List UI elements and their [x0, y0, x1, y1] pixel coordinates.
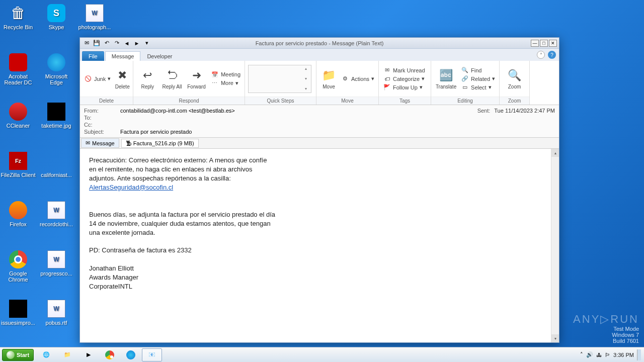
message-tab-button[interactable]: ✉Message	[81, 138, 119, 148]
desktop-icon-photograph-[interactable]: photograph...	[76, 3, 113, 30]
message-body[interactable]: Precacución: Correo electrónico externo:…	[80, 149, 551, 342]
desktop-icon-californiast-[interactable]: californiast...	[38, 151, 74, 178]
desktop-icon-skype[interactable]: Skype	[38, 3, 74, 30]
tab-developer[interactable]: Developer	[140, 51, 179, 61]
desktop-icon-pobus-rtf[interactable]: pobus.rtf	[38, 299, 74, 326]
body-paragraph-1: Buenos días, se adjunta la factura por e…	[89, 210, 275, 237]
start-button[interactable]: Start	[2, 349, 34, 361]
signature-company: CorporateINTL	[89, 282, 542, 291]
desktop-icon-acrobat-reader-dc[interactable]: Acrobat Reader DC	[0, 52, 36, 85]
prev-icon[interactable]: ◄	[123, 40, 130, 47]
ribbon-tabs: File Message Developer ˄ ?	[80, 49, 559, 61]
maximize-button[interactable]: □	[540, 40, 548, 47]
move-button[interactable]: 📁Move	[319, 67, 338, 90]
tray-chevron-icon[interactable]: ˄	[580, 351, 583, 358]
next-icon[interactable]: ►	[133, 40, 140, 47]
sent-label: Sent:	[477, 108, 491, 114]
window-title: Factura por servicio prestado - Message …	[256, 40, 384, 46]
mail-icon: ✉	[83, 40, 90, 47]
save-icon[interactable]: 💾	[93, 40, 100, 47]
desktop-icon-issuesimpro-[interactable]: issuesimpro...	[0, 299, 36, 326]
related-button[interactable]: 🔗Related ▾	[460, 75, 496, 83]
group-move: Move	[316, 97, 378, 105]
taskbar-outlook[interactable]: 📧	[142, 348, 162, 361]
signature-name: Jonathan Elliott	[89, 264, 542, 273]
body-paragraph-2: PD: Contraseña de factura es 2332	[89, 246, 542, 255]
message-headers: From: contabilidad@corp-intl.com <test@b…	[80, 105, 559, 138]
actions-button[interactable]: ⚙Actions ▾	[340, 75, 375, 83]
collapse-ribbon-icon[interactable]: ˄	[537, 51, 545, 59]
reply-button[interactable]: ↩Reply	[136, 67, 159, 90]
group-editing: Editing	[431, 97, 499, 105]
vertical-scrollbar[interactable]: ▴ ▾	[551, 149, 559, 342]
show-desktop-button[interactable]	[637, 349, 641, 360]
follow-up-button[interactable]: 🚩Follow Up ▾	[382, 83, 426, 92]
watermark-build: Build 7601	[573, 338, 639, 344]
ribbon: 🚫Junk ▾ ✖Delete Delete ↩Reply ⮌Reply All…	[80, 61, 559, 105]
junk-button[interactable]: 🚫Junk ▾	[83, 75, 112, 83]
attachment-file-button[interactable]: 🗜Factura_5216.zip (9 MB)	[121, 139, 199, 148]
mark-unread-button[interactable]: ✉Mark Unread	[382, 66, 426, 74]
taskbar-media[interactable]: ▶	[78, 348, 99, 361]
desktop-icon-progressco-[interactable]: progressco...	[38, 249, 74, 277]
scroll-up-icon[interactable]: ▴	[551, 149, 559, 157]
desktop-icon-ccleaner[interactable]: CCleaner	[0, 102, 36, 129]
desktop-icon-recycle-bin[interactable]: 🗑Recycle Bin	[0, 3, 36, 30]
tray-network-icon[interactable]: 🖧	[596, 352, 602, 358]
desktop-icon-taketime-jpg[interactable]: taketime.jpg	[38, 102, 74, 129]
close-button[interactable]: ✕	[549, 40, 557, 47]
zoom-button[interactable]: 🔍Zoom	[503, 67, 526, 90]
tab-file[interactable]: File	[82, 51, 104, 61]
find-button[interactable]: 🔍Find	[460, 66, 496, 74]
group-respond: Respond	[133, 97, 245, 105]
more-button[interactable]: ⋯More ▾	[210, 79, 242, 87]
watermark: ANY▷RUN Test Mode Windows 7 Build 7601	[573, 313, 639, 344]
desktop-icon-google-chrome[interactable]: Google Chrome	[0, 249, 36, 283]
categorize-button[interactable]: 🏷Categorize ▾	[382, 75, 426, 83]
zip-icon: 🗜	[126, 140, 131, 146]
cc-label: Cc:	[84, 122, 120, 128]
quick-steps-gallery[interactable]: ▴▾▾	[248, 65, 311, 93]
mail-icon: ✉	[86, 140, 90, 146]
help-icon[interactable]: ?	[548, 51, 556, 59]
taskbar-explorer[interactable]: 📁	[57, 348, 77, 361]
tab-message[interactable]: Message	[105, 51, 141, 61]
to-value	[120, 115, 555, 121]
desktop-icon-microsoft-edge[interactable]: Microsoft Edge	[38, 52, 74, 85]
translate-button[interactable]: 🔤Translate	[434, 67, 458, 90]
delete-button[interactable]: ✖Delete	[114, 67, 131, 90]
cc-value	[120, 122, 555, 128]
reply-all-button[interactable]: ⮌Reply All	[161, 67, 184, 90]
system-tray: ˄ 🔊 🖧 🏳 3:36 PM	[577, 349, 644, 360]
tray-volume-icon[interactable]: 🔊	[586, 351, 593, 358]
to-label: To:	[84, 115, 120, 121]
desktop-icon-recordclothi-[interactable]: recordclothi...	[38, 200, 74, 227]
taskbar-ie[interactable]: 🌐	[36, 348, 56, 361]
meeting-button[interactable]: 📅Meeting	[210, 70, 242, 78]
signature-title: Awards Manager	[89, 273, 542, 282]
attachment-bar: ✉Message 🗜Factura_5216.zip (9 MB)	[80, 138, 559, 149]
select-button[interactable]: ▭Select ▾	[460, 83, 496, 92]
undo-icon[interactable]: ↶	[103, 40, 110, 47]
forward-button[interactable]: ➜Forward	[185, 67, 208, 90]
security-email-link[interactable]: AlertasSeguridad@socofin.cl	[89, 184, 173, 191]
watermark-brand: ANY▷RUN	[573, 313, 639, 326]
taskbar-chrome[interactable]	[100, 348, 120, 361]
group-tags: Tags	[379, 97, 431, 105]
scroll-down-icon[interactable]: ▾	[551, 334, 559, 342]
desktop-icon-firefox[interactable]: Firefox	[0, 200, 36, 227]
taskbar-clock[interactable]: 3:36 PM	[613, 352, 634, 358]
tray-flag-icon[interactable]: 🏳	[605, 352, 610, 358]
group-zoom: Zoom	[500, 97, 529, 105]
redo-icon[interactable]: ↷	[113, 40, 120, 47]
qat-dropdown-icon[interactable]: ▾	[143, 40, 150, 47]
warning-text: Precacución: Correo electrónico externo:…	[89, 156, 270, 183]
desktop-icon-filezilla-client[interactable]: FileZilla Client	[0, 151, 36, 178]
from-label: From:	[84, 108, 120, 114]
sent-value: Tue 11/14/2023 2:47 PM	[494, 108, 555, 114]
group-delete: Delete	[80, 97, 133, 105]
taskbar: Start 🌐 📁 ▶ 📧 ˄ 🔊 🖧 🏳 3:36 PM	[0, 347, 644, 362]
minimize-button[interactable]: —	[531, 40, 539, 47]
taskbar-edge[interactable]	[121, 348, 141, 361]
outlook-message-window: ✉ 💾 ↶ ↷ ◄ ► ▾ Factura por servicio prest…	[79, 37, 559, 343]
